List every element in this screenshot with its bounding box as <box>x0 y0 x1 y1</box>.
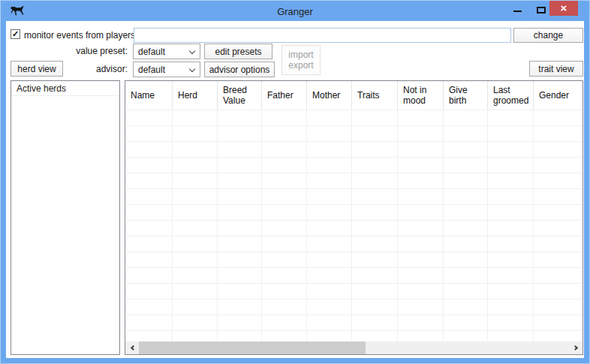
change-button[interactable]: change <box>513 28 583 43</box>
table-row[interactable] <box>125 315 582 331</box>
table-row[interactable] <box>125 142 582 158</box>
column-header-mother[interactable]: Mother <box>307 81 352 110</box>
table-cell <box>398 299 444 314</box>
table-cell <box>488 252 534 267</box>
table-cell <box>352 158 398 173</box>
minimize-icon <box>513 11 522 12</box>
table-cell <box>218 315 262 330</box>
trait-view-button[interactable]: trait view <box>529 61 583 77</box>
close-icon: × <box>561 1 567 16</box>
value-preset-select[interactable]: default <box>133 44 200 59</box>
chevron-left-icon <box>130 345 135 350</box>
column-header-give-birth[interactable]: Give birth <box>444 81 488 110</box>
table-cell <box>218 205 262 220</box>
table-row[interactable] <box>125 252 582 268</box>
minimize-button[interactable] <box>507 0 527 17</box>
close-button[interactable]: × <box>549 1 578 16</box>
monitor-events-checkbox[interactable]: ✓ <box>11 29 20 39</box>
table-cell <box>262 284 307 299</box>
herd-view-button[interactable]: herd view <box>11 61 63 77</box>
scroll-left-button[interactable] <box>125 341 138 354</box>
advisor-select[interactable]: default <box>133 62 200 77</box>
column-header-traits[interactable]: Traits <box>352 81 398 110</box>
table-cell <box>444 331 488 341</box>
table-cell <box>488 126 534 141</box>
table-row[interactable] <box>125 110 582 126</box>
table-cell <box>307 252 352 267</box>
table-cell <box>218 158 262 173</box>
edit-presets-button[interactable]: edit presets <box>204 44 272 59</box>
table-cell <box>444 284 488 299</box>
player-filter-input[interactable] <box>134 28 511 43</box>
table-cell <box>307 315 352 330</box>
table-cell <box>218 173 262 188</box>
scroll-right-button[interactable] <box>570 341 582 354</box>
column-header-herd[interactable]: Herd <box>173 81 218 110</box>
table-cell <box>218 126 262 141</box>
scrollbar-thumb[interactable] <box>139 341 366 354</box>
table-cell <box>125 284 173 299</box>
horizontal-scrollbar[interactable] <box>125 341 582 354</box>
table-cell <box>398 284 444 299</box>
table-cell <box>307 173 352 188</box>
content-area: ✓ monitor events from players: change va… <box>6 21 584 358</box>
table-row[interactable] <box>125 268 582 284</box>
active-herds-panel[interactable]: Active herds <box>11 80 120 355</box>
table-cell <box>352 173 398 188</box>
table-cell <box>534 315 582 330</box>
table-cell <box>262 126 307 141</box>
table-cell <box>534 221 582 236</box>
table-cell <box>444 126 488 141</box>
table-cell <box>352 331 398 341</box>
table-row[interactable] <box>125 299 582 315</box>
table-cell <box>307 236 352 251</box>
table-cell <box>398 236 444 251</box>
table-row[interactable] <box>125 158 582 173</box>
table-header-row: NameHerdBreed ValueFatherMotherTraitsNot… <box>125 81 582 110</box>
value-preset-label: value preset: <box>76 46 128 56</box>
table-cell <box>262 268 307 283</box>
table-row[interactable] <box>125 189 582 205</box>
table-cell <box>488 331 534 341</box>
column-header-breed-value[interactable]: Breed Value <box>218 81 262 110</box>
column-header-gender[interactable]: Gender <box>534 81 582 110</box>
chevron-right-icon <box>572 345 577 350</box>
table-cell <box>262 110 307 125</box>
table-row[interactable] <box>125 236 582 252</box>
titlebar[interactable]: Granger × <box>0 0 590 21</box>
table-cell <box>218 284 262 299</box>
table-cell <box>173 158 218 173</box>
creatures-table[interactable]: NameHerdBreed ValueFatherMotherTraitsNot… <box>125 80 583 355</box>
column-header-not-in-mood[interactable]: Not in mood <box>398 81 444 110</box>
table-cell <box>488 189 534 204</box>
table-row[interactable] <box>125 284 582 299</box>
table-cell <box>488 268 534 283</box>
table-cell <box>173 331 218 341</box>
table-cell <box>173 173 218 188</box>
table-row[interactable] <box>125 173 582 189</box>
table-cell <box>352 299 398 314</box>
table-row[interactable] <box>125 331 582 341</box>
table-cell <box>444 110 488 125</box>
maximize-button[interactable] <box>531 0 551 17</box>
table-cell <box>352 221 398 236</box>
advisor-options-button[interactable]: advisor options <box>204 62 275 77</box>
table-cell <box>307 284 352 299</box>
table-body[interactable] <box>125 110 582 341</box>
table-cell <box>488 158 534 173</box>
table-cell <box>398 252 444 267</box>
table-cell <box>262 158 307 173</box>
column-header-name[interactable]: Name <box>125 81 173 110</box>
table-cell <box>125 110 173 125</box>
table-cell <box>534 158 582 173</box>
table-cell <box>218 331 262 341</box>
table-cell <box>444 236 488 251</box>
column-header-father[interactable]: Father <box>262 81 307 110</box>
table-cell <box>352 142 398 157</box>
column-header-last-groomed[interactable]: Last groomed <box>488 81 534 110</box>
table-cell <box>262 331 307 341</box>
table-cell <box>218 299 262 314</box>
table-row[interactable] <box>125 126 582 142</box>
table-row[interactable] <box>125 205 582 221</box>
table-row[interactable] <box>125 221 582 236</box>
